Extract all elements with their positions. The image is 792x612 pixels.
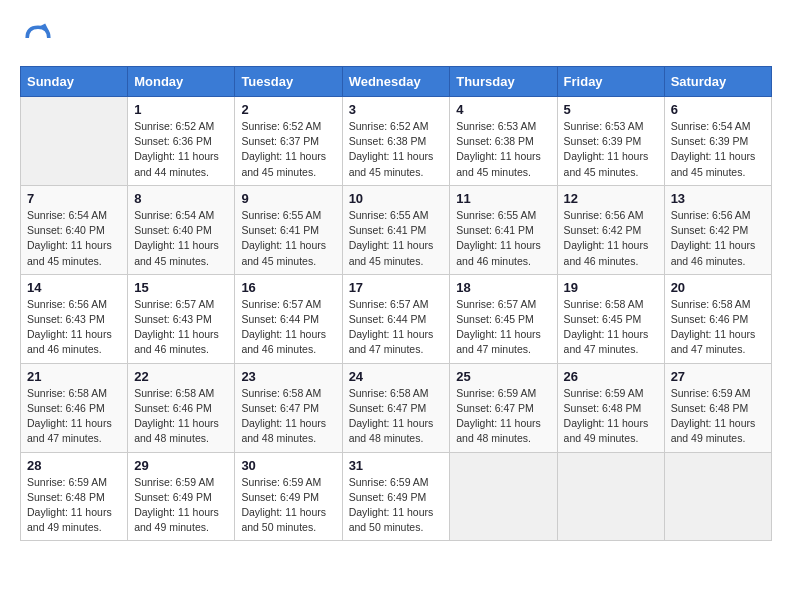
calendar-cell: 1Sunrise: 6:52 AM Sunset: 6:36 PM Daylig…: [128, 97, 235, 186]
day-info: Sunrise: 6:57 AM Sunset: 6:45 PM Dayligh…: [456, 297, 550, 358]
calendar-table: SundayMondayTuesdayWednesdayThursdayFrid…: [20, 66, 772, 541]
calendar-cell: 8Sunrise: 6:54 AM Sunset: 6:40 PM Daylig…: [128, 185, 235, 274]
day-number: 3: [349, 102, 444, 117]
day-info: Sunrise: 6:54 AM Sunset: 6:40 PM Dayligh…: [134, 208, 228, 269]
day-number: 4: [456, 102, 550, 117]
weekday-header: Monday: [128, 67, 235, 97]
calendar-cell: 24Sunrise: 6:58 AM Sunset: 6:47 PM Dayli…: [342, 363, 450, 452]
page-header: [20, 20, 772, 56]
calendar-cell: 17Sunrise: 6:57 AM Sunset: 6:44 PM Dayli…: [342, 274, 450, 363]
logo-icon: [20, 20, 56, 56]
calendar-cell: 12Sunrise: 6:56 AM Sunset: 6:42 PM Dayli…: [557, 185, 664, 274]
calendar-cell: [21, 97, 128, 186]
weekday-header: Saturday: [664, 67, 771, 97]
day-number: 6: [671, 102, 765, 117]
day-number: 10: [349, 191, 444, 206]
calendar-cell: 20Sunrise: 6:58 AM Sunset: 6:46 PM Dayli…: [664, 274, 771, 363]
day-number: 25: [456, 369, 550, 384]
day-info: Sunrise: 6:55 AM Sunset: 6:41 PM Dayligh…: [456, 208, 550, 269]
calendar-cell: 3Sunrise: 6:52 AM Sunset: 6:38 PM Daylig…: [342, 97, 450, 186]
day-info: Sunrise: 6:58 AM Sunset: 6:46 PM Dayligh…: [27, 386, 121, 447]
day-info: Sunrise: 6:59 AM Sunset: 6:49 PM Dayligh…: [134, 475, 228, 536]
day-number: 12: [564, 191, 658, 206]
day-number: 24: [349, 369, 444, 384]
calendar-cell: 31Sunrise: 6:59 AM Sunset: 6:49 PM Dayli…: [342, 452, 450, 541]
day-number: 16: [241, 280, 335, 295]
calendar-week-row: 28Sunrise: 6:59 AM Sunset: 6:48 PM Dayli…: [21, 452, 772, 541]
calendar-cell: 30Sunrise: 6:59 AM Sunset: 6:49 PM Dayli…: [235, 452, 342, 541]
day-number: 9: [241, 191, 335, 206]
day-info: Sunrise: 6:55 AM Sunset: 6:41 PM Dayligh…: [349, 208, 444, 269]
day-number: 31: [349, 458, 444, 473]
day-number: 19: [564, 280, 658, 295]
calendar-cell: 5Sunrise: 6:53 AM Sunset: 6:39 PM Daylig…: [557, 97, 664, 186]
calendar-cell: 23Sunrise: 6:58 AM Sunset: 6:47 PM Dayli…: [235, 363, 342, 452]
calendar-week-row: 21Sunrise: 6:58 AM Sunset: 6:46 PM Dayli…: [21, 363, 772, 452]
day-number: 22: [134, 369, 228, 384]
day-number: 11: [456, 191, 550, 206]
calendar-cell: 4Sunrise: 6:53 AM Sunset: 6:38 PM Daylig…: [450, 97, 557, 186]
day-number: 18: [456, 280, 550, 295]
day-info: Sunrise: 6:58 AM Sunset: 6:45 PM Dayligh…: [564, 297, 658, 358]
day-info: Sunrise: 6:59 AM Sunset: 6:48 PM Dayligh…: [671, 386, 765, 447]
calendar-cell: 25Sunrise: 6:59 AM Sunset: 6:47 PM Dayli…: [450, 363, 557, 452]
day-info: Sunrise: 6:54 AM Sunset: 6:39 PM Dayligh…: [671, 119, 765, 180]
day-info: Sunrise: 6:55 AM Sunset: 6:41 PM Dayligh…: [241, 208, 335, 269]
calendar-week-row: 1Sunrise: 6:52 AM Sunset: 6:36 PM Daylig…: [21, 97, 772, 186]
calendar-cell: 27Sunrise: 6:59 AM Sunset: 6:48 PM Dayli…: [664, 363, 771, 452]
calendar-cell: 18Sunrise: 6:57 AM Sunset: 6:45 PM Dayli…: [450, 274, 557, 363]
day-info: Sunrise: 6:53 AM Sunset: 6:38 PM Dayligh…: [456, 119, 550, 180]
day-number: 27: [671, 369, 765, 384]
calendar-cell: 28Sunrise: 6:59 AM Sunset: 6:48 PM Dayli…: [21, 452, 128, 541]
day-number: 7: [27, 191, 121, 206]
weekday-header: Sunday: [21, 67, 128, 97]
day-number: 14: [27, 280, 121, 295]
calendar-cell: 11Sunrise: 6:55 AM Sunset: 6:41 PM Dayli…: [450, 185, 557, 274]
day-info: Sunrise: 6:54 AM Sunset: 6:40 PM Dayligh…: [27, 208, 121, 269]
day-info: Sunrise: 6:58 AM Sunset: 6:47 PM Dayligh…: [349, 386, 444, 447]
calendar-cell: 14Sunrise: 6:56 AM Sunset: 6:43 PM Dayli…: [21, 274, 128, 363]
day-info: Sunrise: 6:52 AM Sunset: 6:38 PM Dayligh…: [349, 119, 444, 180]
logo: [20, 20, 62, 56]
day-info: Sunrise: 6:56 AM Sunset: 6:43 PM Dayligh…: [27, 297, 121, 358]
calendar-cell: 10Sunrise: 6:55 AM Sunset: 6:41 PM Dayli…: [342, 185, 450, 274]
calendar-cell: 16Sunrise: 6:57 AM Sunset: 6:44 PM Dayli…: [235, 274, 342, 363]
calendar-body: 1Sunrise: 6:52 AM Sunset: 6:36 PM Daylig…: [21, 97, 772, 541]
calendar-cell: [450, 452, 557, 541]
day-number: 20: [671, 280, 765, 295]
calendar-cell: 19Sunrise: 6:58 AM Sunset: 6:45 PM Dayli…: [557, 274, 664, 363]
weekday-header: Thursday: [450, 67, 557, 97]
day-number: 17: [349, 280, 444, 295]
calendar-cell: 22Sunrise: 6:58 AM Sunset: 6:46 PM Dayli…: [128, 363, 235, 452]
day-info: Sunrise: 6:57 AM Sunset: 6:44 PM Dayligh…: [349, 297, 444, 358]
calendar-cell: 21Sunrise: 6:58 AM Sunset: 6:46 PM Dayli…: [21, 363, 128, 452]
day-info: Sunrise: 6:58 AM Sunset: 6:47 PM Dayligh…: [241, 386, 335, 447]
calendar-cell: [557, 452, 664, 541]
day-info: Sunrise: 6:57 AM Sunset: 6:44 PM Dayligh…: [241, 297, 335, 358]
calendar-cell: 26Sunrise: 6:59 AM Sunset: 6:48 PM Dayli…: [557, 363, 664, 452]
day-info: Sunrise: 6:59 AM Sunset: 6:48 PM Dayligh…: [27, 475, 121, 536]
calendar-week-row: 7Sunrise: 6:54 AM Sunset: 6:40 PM Daylig…: [21, 185, 772, 274]
calendar-cell: 7Sunrise: 6:54 AM Sunset: 6:40 PM Daylig…: [21, 185, 128, 274]
day-info: Sunrise: 6:58 AM Sunset: 6:46 PM Dayligh…: [671, 297, 765, 358]
day-number: 29: [134, 458, 228, 473]
day-number: 15: [134, 280, 228, 295]
day-info: Sunrise: 6:59 AM Sunset: 6:47 PM Dayligh…: [456, 386, 550, 447]
day-info: Sunrise: 6:52 AM Sunset: 6:36 PM Dayligh…: [134, 119, 228, 180]
day-info: Sunrise: 6:58 AM Sunset: 6:46 PM Dayligh…: [134, 386, 228, 447]
day-number: 28: [27, 458, 121, 473]
day-number: 8: [134, 191, 228, 206]
weekday-header: Friday: [557, 67, 664, 97]
calendar-cell: 9Sunrise: 6:55 AM Sunset: 6:41 PM Daylig…: [235, 185, 342, 274]
day-info: Sunrise: 6:59 AM Sunset: 6:49 PM Dayligh…: [241, 475, 335, 536]
weekday-header: Tuesday: [235, 67, 342, 97]
day-info: Sunrise: 6:59 AM Sunset: 6:49 PM Dayligh…: [349, 475, 444, 536]
day-number: 2: [241, 102, 335, 117]
day-info: Sunrise: 6:59 AM Sunset: 6:48 PM Dayligh…: [564, 386, 658, 447]
calendar-cell: 29Sunrise: 6:59 AM Sunset: 6:49 PM Dayli…: [128, 452, 235, 541]
day-number: 5: [564, 102, 658, 117]
calendar-cell: 15Sunrise: 6:57 AM Sunset: 6:43 PM Dayli…: [128, 274, 235, 363]
calendar-header-row: SundayMondayTuesdayWednesdayThursdayFrid…: [21, 67, 772, 97]
day-number: 1: [134, 102, 228, 117]
day-info: Sunrise: 6:57 AM Sunset: 6:43 PM Dayligh…: [134, 297, 228, 358]
